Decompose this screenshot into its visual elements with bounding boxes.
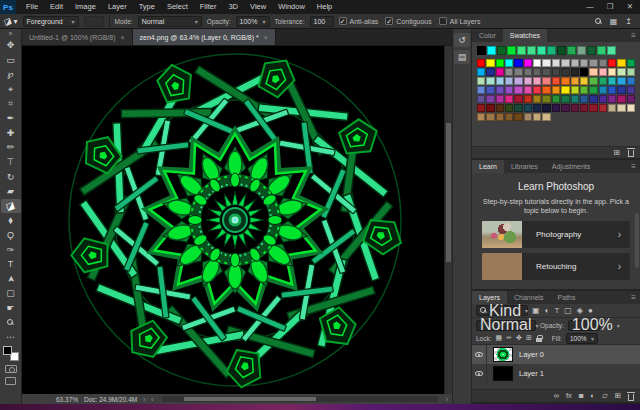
visibility-toggle[interactable] xyxy=(472,364,487,383)
filter-toggle-icon[interactable]: ● xyxy=(588,306,593,316)
color-swatch[interactable] xyxy=(505,77,513,85)
toolbar-collapse-icon[interactable]: » xyxy=(9,29,13,38)
color-swatch[interactable] xyxy=(580,104,588,112)
checkbox-box[interactable] xyxy=(439,17,447,25)
tab-learn-learn[interactable]: Learn xyxy=(472,160,504,173)
checkbox-box[interactable]: ✓ xyxy=(339,17,347,25)
recent-swatch[interactable] xyxy=(487,46,496,55)
color-swatch[interactable] xyxy=(571,77,579,85)
dodge-tool[interactable]: Ϙ xyxy=(1,228,21,243)
color-swatch[interactable] xyxy=(496,59,504,67)
color-swatch[interactable] xyxy=(617,86,625,94)
path-selection-tool[interactable]: ➤ xyxy=(1,272,21,287)
paint-bucket-tool[interactable]: ◪ xyxy=(1,199,21,214)
color-swatch[interactable] xyxy=(608,95,616,103)
recent-swatch[interactable] xyxy=(477,46,486,55)
color-swatch[interactable] xyxy=(477,59,485,67)
minimize-button[interactable]: — xyxy=(580,0,600,14)
zoom-level[interactable]: 63.37% xyxy=(56,396,78,403)
learn-card-photography[interactable]: Photography› xyxy=(482,221,630,248)
color-swatch[interactable] xyxy=(561,95,569,103)
color-swatch[interactable] xyxy=(505,113,513,121)
color-swatch[interactable] xyxy=(552,95,560,103)
filter-shape-layers-icon[interactable]: ▢ xyxy=(564,306,572,316)
color-swatch[interactable] xyxy=(505,95,513,103)
color-swatch[interactable] xyxy=(542,77,550,85)
screen-mode-button[interactable] xyxy=(5,377,16,385)
brush-tool[interactable]: ✏ xyxy=(1,140,21,155)
color-swatch[interactable] xyxy=(477,86,485,94)
color-swatch[interactable] xyxy=(514,104,522,112)
checkbox-all-layers[interactable]: All Layers xyxy=(439,17,481,25)
color-swatch[interactable] xyxy=(542,95,550,103)
close-tab-icon[interactable]: × xyxy=(264,34,268,41)
healing-brush-tool[interactable]: ✚ xyxy=(1,126,21,141)
foreground-background-swatches[interactable] xyxy=(3,346,19,361)
color-swatch[interactable] xyxy=(561,77,569,85)
properties-panel-icon[interactable]: ▤ xyxy=(454,50,470,64)
recent-swatch[interactable] xyxy=(507,46,516,55)
color-swatch[interactable] xyxy=(561,86,569,94)
color-swatch[interactable] xyxy=(542,59,550,67)
color-swatch[interactable] xyxy=(608,77,616,85)
color-swatch[interactable] xyxy=(571,104,579,112)
tab-learn-adjustments[interactable]: Adjustments xyxy=(545,160,598,173)
layer-row-layer-0[interactable]: Layer 0 xyxy=(472,345,640,364)
color-swatch[interactable] xyxy=(599,68,607,76)
color-swatch[interactable] xyxy=(608,59,616,67)
restore-button[interactable]: ❐ xyxy=(600,0,620,14)
color-swatch[interactable] xyxy=(486,86,494,94)
color-swatch[interactable] xyxy=(561,104,569,112)
color-swatch[interactable] xyxy=(571,59,579,67)
color-swatch[interactable] xyxy=(589,77,597,85)
tool-preset-picker[interactable]: ◪ ▾ xyxy=(4,17,18,26)
menu-3d[interactable]: 3D xyxy=(222,0,244,14)
color-swatch[interactable] xyxy=(627,95,635,103)
new-layer-icon[interactable]: ⊞ xyxy=(615,391,621,401)
scroll-right-icon[interactable]: › xyxy=(446,396,448,403)
color-swatch[interactable] xyxy=(599,104,607,112)
close-tab-icon[interactable]: × xyxy=(120,34,124,41)
color-swatch[interactable] xyxy=(496,104,504,112)
filter-adjustment-layers-icon[interactable]: ◐ xyxy=(545,306,550,316)
color-swatch[interactable] xyxy=(533,68,541,76)
layer-name[interactable]: Layer 1 xyxy=(519,369,544,378)
horizontal-scrollbar[interactable] xyxy=(162,396,438,402)
recent-swatch[interactable] xyxy=(547,46,556,55)
color-swatch[interactable] xyxy=(514,86,522,94)
lock-transparency-icon[interactable]: ▦ xyxy=(496,333,503,343)
share-icon[interactable]: ↥ xyxy=(625,17,632,26)
lock-all-icon[interactable] xyxy=(536,338,542,342)
color-swatch[interactable] xyxy=(599,95,607,103)
menu-layer[interactable]: Layer xyxy=(102,0,133,14)
color-swatch[interactable] xyxy=(533,104,541,112)
vertical-scrollbar[interactable] xyxy=(444,46,452,394)
color-swatch[interactable] xyxy=(533,86,541,94)
color-swatch[interactable] xyxy=(627,68,635,76)
history-panel-icon[interactable]: ↺ xyxy=(454,33,470,47)
color-swatch[interactable] xyxy=(524,77,532,85)
color-swatch[interactable] xyxy=(514,68,522,76)
color-swatch[interactable] xyxy=(533,59,541,67)
menu-help[interactable]: Help xyxy=(311,0,338,14)
color-swatch[interactable] xyxy=(486,77,494,85)
color-swatch[interactable] xyxy=(580,95,588,103)
layer-opacity-select[interactable]: 100%▾ xyxy=(568,320,600,331)
recent-swatch[interactable] xyxy=(597,46,606,55)
canvas[interactable] xyxy=(22,46,444,394)
panel-menu-icon[interactable]: ≡ xyxy=(627,291,640,304)
color-swatch[interactable] xyxy=(599,86,607,94)
layer-thumbnail[interactable] xyxy=(493,366,513,381)
menu-select[interactable]: Select xyxy=(161,0,194,14)
color-swatch[interactable] xyxy=(524,95,532,103)
color-swatch[interactable] xyxy=(617,68,625,76)
color-swatch[interactable] xyxy=(627,104,635,112)
color-swatch[interactable] xyxy=(589,86,597,94)
marquee-tool[interactable]: ▭ xyxy=(1,53,21,68)
checkbox-box[interactable]: ✓ xyxy=(385,17,393,25)
color-swatch[interactable] xyxy=(571,68,579,76)
color-swatch[interactable] xyxy=(589,59,597,67)
color-swatch[interactable] xyxy=(552,86,560,94)
filter-pixel-layers-icon[interactable]: ▣ xyxy=(532,306,540,316)
lock-position-icon[interactable]: ✥ xyxy=(516,333,522,343)
